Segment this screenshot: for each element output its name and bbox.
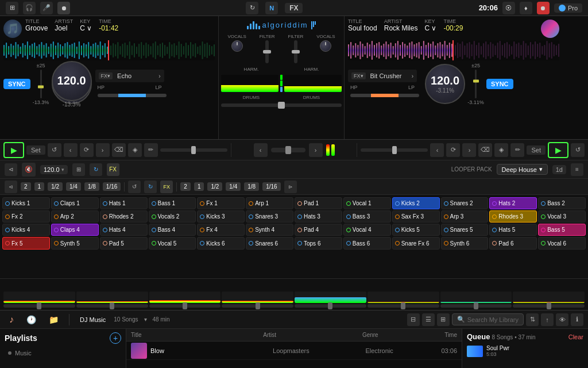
delete-btn-left[interactable]: ⌫	[112, 143, 126, 157]
sync-btn-right[interactable]: SYNC	[486, 79, 513, 89]
pad-snares5[interactable]: Snares 5	[441, 224, 489, 236]
sync-loop-left[interactable]: ⟳	[80, 143, 94, 157]
lib-sort-asc-btn[interactable]: ↑	[541, 313, 554, 326]
subdiv-sixteenth-right[interactable]: 1/16	[262, 182, 280, 191]
fx-button[interactable]: FX	[285, 3, 303, 13]
pad-bass4[interactable]: Bass 4	[149, 224, 196, 236]
record-icon[interactable]: ⏺	[57, 2, 70, 14]
forward-btn-right[interactable]: ›	[462, 143, 476, 157]
bluetooth-icon[interactable]: ⦿	[502, 2, 515, 14]
transport-left-arrow[interactable]: ‹	[254, 143, 268, 157]
beat-fx-mini[interactable]: FX	[160, 181, 173, 193]
pad-hats4[interactable]: Hats 4	[100, 224, 148, 236]
subdiv-half-right[interactable]: 1/2	[207, 182, 222, 191]
pad-pad4[interactable]: Pad 4	[295, 224, 342, 236]
pad-bass1[interactable]: Bass 1	[149, 197, 196, 209]
pad-vocal5[interactable]: Vocal 5	[149, 237, 196, 249]
back-btn-right[interactable]: ‹	[430, 143, 444, 157]
lib-tab-music[interactable]: ♪	[5, 312, 18, 327]
pad-rhodes3[interactable]: Rhodes 3	[489, 210, 537, 223]
crossfader-transport[interactable]	[271, 148, 305, 152]
subdiv-expand-left[interactable]: ⊲	[5, 181, 17, 193]
pad-saxfx3[interactable]: Sax Fx 3	[392, 210, 440, 223]
pad-bass2[interactable]: Bass 2	[538, 197, 586, 209]
pad-snares2[interactable]: Snares 2	[441, 197, 489, 209]
pad-tops6[interactable]: Tops 6	[295, 237, 342, 249]
pad-kicks6[interactable]: Kicks 6	[197, 237, 245, 249]
sync-icon[interactable]: ↻	[246, 2, 258, 14]
waveform-icon[interactable]: ♦	[520, 2, 532, 14]
track-row-1[interactable]: Blow Loopmasters Electronic 03:06	[126, 342, 462, 360]
pad-rhodes2[interactable]: Rhodes 2	[100, 210, 148, 223]
refresh-beat-btn[interactable]: ↻	[90, 163, 102, 176]
pro-button[interactable]: Pro	[554, 3, 582, 13]
mute-btn[interactable]: 🔇	[22, 163, 36, 177]
pad-vocals2[interactable]: Vocals 2	[149, 210, 196, 223]
delete-btn-right[interactable]: ⌫	[478, 143, 492, 157]
sync-beat-btn[interactable]: ↻	[144, 181, 157, 193]
eq-bar-right[interactable]	[350, 94, 419, 97]
pad-kicks5[interactable]: Kicks 5	[392, 224, 440, 236]
lib-grid-btn[interactable]: ⊞	[437, 313, 450, 326]
lib-eye-btn[interactable]: 👁	[556, 313, 568, 326]
queue-track-1[interactable]: Soul Pwr 5:03	[467, 343, 583, 359]
lib-list-btn[interactable]: ☰	[422, 313, 435, 326]
fx-bar-left[interactable]: FX▾ Echo ›	[95, 70, 164, 82]
pad-hats2[interactable]: Hats 2	[489, 197, 537, 209]
crossfader-track[interactable]	[221, 103, 342, 107]
subdiv-2-right[interactable]: 2	[180, 182, 191, 191]
transport-right-arrow[interactable]: ›	[309, 143, 323, 157]
filter-fader-left[interactable]	[265, 40, 269, 63]
quantize-btn[interactable]: 1d	[552, 165, 566, 174]
fader-4[interactable]	[222, 304, 293, 308]
sidebar-add-btn[interactable]: +	[110, 332, 121, 344]
mic-icon[interactable]: 🎤	[40, 2, 53, 14]
pad-arp1[interactable]: Arp 1	[246, 197, 293, 209]
eq-bar-left[interactable]	[98, 94, 167, 97]
headphones-icon[interactable]: 🎧	[23, 2, 36, 14]
subdiv-half-left[interactable]: 1/2	[48, 182, 63, 191]
pad-pad1[interactable]: Pad 1	[295, 197, 342, 209]
pad-kicks2[interactable]: Kicks 2	[392, 197, 440, 209]
pad-pad5[interactable]: Pad 5	[100, 237, 148, 249]
set-btn-right[interactable]: Set	[527, 145, 546, 155]
lib-tab-folder[interactable]: 📁	[44, 313, 63, 327]
pad-snares3[interactable]: Snares 3	[246, 210, 293, 223]
sync-loop-right[interactable]: ⟳	[446, 143, 460, 157]
pad-snarefx6[interactable]: Snare Fx 6	[392, 237, 440, 249]
pad-claps4[interactable]: Claps 4	[51, 224, 99, 236]
beat-fx-btn[interactable]: FX	[107, 163, 119, 176]
pad-snares6[interactable]: Snares 6	[246, 237, 293, 249]
lib-sort-btn[interactable]: ⇅	[526, 313, 539, 326]
subdiv-1-left[interactable]: 1	[34, 182, 45, 191]
pad-synth4[interactable]: Synth 4	[246, 224, 293, 236]
beat-settings-btn[interactable]: ≡	[571, 163, 583, 176]
undo-btn[interactable]: ↺	[128, 181, 141, 193]
fader-2[interactable]	[76, 304, 148, 308]
pad-fx1[interactable]: Fx 1	[197, 197, 245, 209]
pad-synth6[interactable]: Synth 6	[441, 237, 489, 249]
edit-btn-right[interactable]: ✏	[510, 143, 524, 157]
lib-tab-history[interactable]: 🕐	[22, 313, 41, 327]
bpm-control[interactable]: 120.0 ▾	[40, 165, 68, 174]
pitch-fader-left[interactable]	[40, 70, 42, 98]
grid-icon[interactable]: ⊞	[6, 2, 18, 14]
subdiv-eighth-left[interactable]: 1/8	[84, 182, 99, 191]
marker-btn-right[interactable]: ◈	[494, 143, 508, 157]
n-icon[interactable]: N	[265, 2, 278, 14]
fader-8[interactable]	[513, 304, 585, 308]
pad-fx5[interactable]: Fx 5	[2, 237, 50, 249]
subdiv-1-right[interactable]: 1	[194, 182, 204, 191]
bpm-knob-right[interactable]: 120.0 -3.11%	[425, 64, 465, 104]
loop-btn-left[interactable]: ↺	[48, 143, 61, 157]
fader-1[interactable]	[3, 304, 75, 308]
pad-bass5[interactable]: Bass 5	[538, 224, 586, 236]
forward-btn-left[interactable]: ›	[96, 143, 110, 157]
bpm-knob-left[interactable]: 120.0 -13.3%	[52, 64, 92, 104]
vocals-knob-left[interactable]	[231, 40, 243, 52]
pad-synth5[interactable]: Synth 5	[51, 237, 99, 249]
pad-bass3[interactable]: Bass 3	[343, 210, 391, 223]
pad-hats5[interactable]: Hats 5	[489, 224, 537, 236]
pad-hats1[interactable]: Hats 1	[100, 197, 148, 209]
loop-btn-right[interactable]: ↺	[571, 143, 585, 157]
